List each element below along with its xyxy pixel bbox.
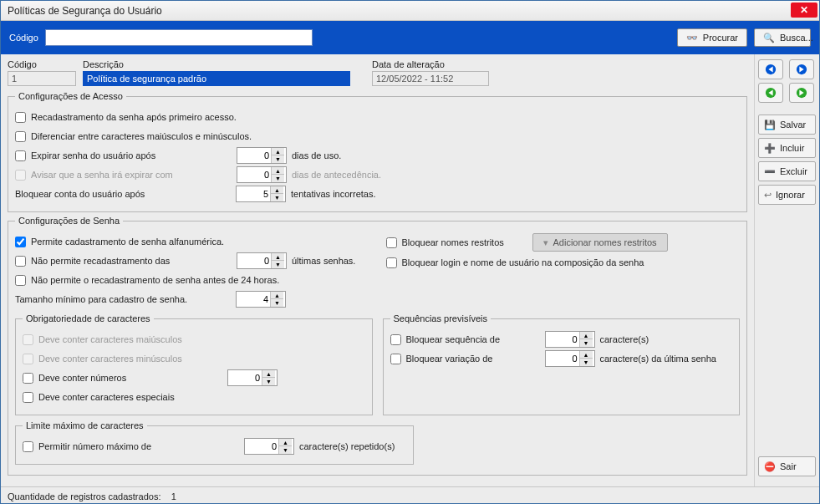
bloq-login-checkbox[interactable] (386, 257, 397, 268)
up-icon[interactable]: ▲ (262, 370, 275, 378)
salvar-button[interactable]: 💾 Salvar (758, 115, 816, 135)
especiais-checkbox[interactable] (23, 392, 33, 403)
permitir-max-spin[interactable]: ▲▼ (244, 438, 294, 455)
window-title: Políticas de Segurança do Usuário (8, 5, 162, 17)
nao-recad-checkbox[interactable] (15, 256, 26, 267)
expirar-dias-spin[interactable]: ▲▼ (237, 147, 287, 164)
status-value: 1 (171, 491, 176, 501)
ignorar-button[interactable]: ↩ Ignorar (758, 185, 816, 205)
permitir-max-checkbox[interactable] (23, 441, 33, 452)
down-icon[interactable]: ▼ (580, 359, 593, 366)
delete-icon: ➖ (764, 166, 776, 177)
recadastramento-checkbox[interactable] (15, 112, 26, 123)
title-bar: Políticas de Segurança do Usuário ✕ (1, 1, 819, 21)
expirar-checkbox[interactable] (15, 150, 26, 161)
numeros-spin[interactable]: ▲▼ (227, 369, 278, 386)
data-alteracao-label: Data de alteração (372, 59, 489, 69)
busca-button[interactable]: 🔍 Busca... (754, 28, 811, 47)
ignore-icon: ↩ (764, 190, 772, 201)
up-icon[interactable]: ▲ (580, 332, 593, 339)
action-sidebar: 💾 Salvar ➕ Incluir ➖ Excluir ↩ Ignorar ⛔… (754, 54, 819, 486)
down-icon[interactable]: ▼ (279, 446, 292, 454)
config-senha-group: Configurações de Senha Permite cadastram… (8, 216, 747, 476)
search-codigo-input[interactable] (45, 29, 313, 46)
tamanho-minimo-spin[interactable]: ▲▼ (236, 291, 286, 308)
adicionar-nomes-button[interactable]: ▾ Adicionar nomes restritos (532, 233, 668, 252)
binoculars-icon: 👓 (686, 33, 698, 43)
alfanumerica-checkbox[interactable] (15, 237, 26, 247)
avisar-dias-spin[interactable]: ▲▼ (237, 166, 287, 183)
bloq-var-spin[interactable]: ▲▼ (545, 350, 595, 367)
obrigatoriedade-group: Obrigatoriedade de caracteres Deve conte… (15, 313, 373, 415)
arrow-prev-icon (765, 87, 777, 99)
add-icon: ➕ (764, 143, 776, 154)
bloq-seq-checkbox[interactable] (390, 334, 401, 345)
arrow-last-icon (796, 64, 807, 75)
up-icon[interactable]: ▲ (271, 186, 283, 194)
incluir-button[interactable]: ➕ Incluir (758, 138, 816, 158)
nao-recad-spin[interactable]: ▲▼ (237, 252, 287, 269)
bloq-seq-spin[interactable]: ▲▼ (545, 331, 595, 348)
nav-prev-button[interactable] (758, 83, 783, 103)
up-icon[interactable]: ▲ (272, 253, 284, 261)
down-icon[interactable]: ▼ (580, 339, 593, 347)
arrow-first-icon (765, 64, 777, 75)
sair-button[interactable]: ⛔ Sair (758, 456, 816, 476)
status-bar: Quantidade de registros cadastrados: 1 (1, 486, 819, 504)
arrow-next-icon (796, 87, 807, 99)
avisar-checkbox (15, 170, 26, 181)
limite-max-group: Limite máximo de caracteres Permitir núm… (15, 420, 414, 465)
data-alteracao-field (372, 71, 489, 86)
bloq-var-checkbox[interactable] (390, 354, 401, 364)
descricao-field[interactable] (83, 71, 350, 86)
down-icon[interactable]: ▼ (272, 261, 284, 268)
nao-recad-24h-checkbox[interactable] (15, 275, 26, 286)
save-icon: 💾 (764, 120, 776, 130)
diferenciar-checkbox[interactable] (15, 131, 26, 142)
numeros-checkbox[interactable] (23, 373, 33, 384)
sequencias-group: Sequências previsíveis Bloquear sequênci… (383, 313, 741, 415)
up-icon[interactable]: ▲ (580, 351, 593, 359)
bloquear-tentativas-spin[interactable]: ▲▼ (236, 186, 286, 202)
descricao-label: Descrição (83, 59, 350, 69)
exit-icon: ⛔ (764, 461, 776, 472)
search-codigo-label: Código (9, 33, 38, 43)
search-bar: Código 👓 Procurar 🔍 Busca... (1, 21, 819, 54)
up-icon[interactable]: ▲ (279, 439, 292, 446)
down-icon[interactable]: ▼ (272, 175, 284, 182)
nav-last-button[interactable] (789, 59, 814, 79)
bloq-nomes-checkbox[interactable] (386, 237, 397, 248)
nav-first-button[interactable] (758, 59, 783, 79)
up-icon[interactable]: ▲ (271, 292, 283, 299)
minusculos-checkbox (23, 354, 33, 364)
form-area: Código Descrição Data de alteração Confi… (1, 54, 754, 486)
status-label: Quantidade de registros cadastrados: (8, 491, 160, 501)
down-icon[interactable]: ▼ (271, 194, 283, 201)
up-icon[interactable]: ▲ (272, 148, 284, 155)
down-icon[interactable]: ▼ (262, 378, 275, 385)
down-icon[interactable]: ▼ (272, 155, 284, 163)
nav-next-button[interactable] (789, 83, 814, 103)
config-acesso-group: Configurações de Acesso Recadastramento … (8, 91, 747, 212)
excluir-button[interactable]: ➖ Excluir (758, 161, 816, 181)
funnel-icon: ▾ (543, 237, 548, 248)
codigo-label: Código (8, 59, 76, 69)
magnifier-icon: 🔍 (763, 33, 775, 43)
procurar-button[interactable]: 👓 Procurar (677, 28, 747, 47)
maiusculos-checkbox (23, 334, 33, 345)
window-close-button[interactable]: ✕ (791, 3, 817, 18)
up-icon[interactable]: ▲ (272, 167, 284, 175)
down-icon[interactable]: ▼ (271, 299, 283, 307)
codigo-field[interactable] (8, 71, 76, 86)
